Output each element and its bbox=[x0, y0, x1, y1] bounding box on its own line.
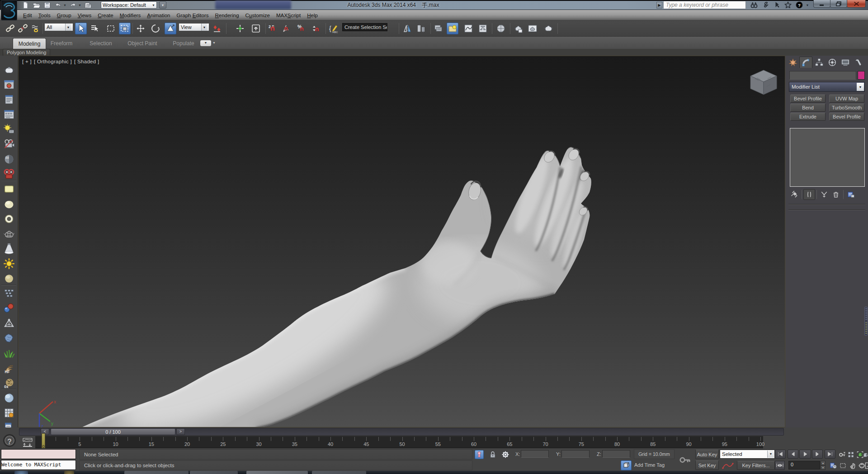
rendered-frame-icon[interactable] bbox=[527, 23, 538, 34]
go-end-icon[interactable] bbox=[826, 450, 834, 458]
select-object-icon[interactable] bbox=[75, 23, 87, 34]
taskbar-app[interactable] bbox=[124, 471, 189, 474]
selection-filter-dropdown[interactable]: All▼ bbox=[44, 23, 73, 31]
pan-hand-icon[interactable] bbox=[848, 461, 857, 470]
grid-settings-icon[interactable] bbox=[2, 406, 16, 420]
help-dropdown[interactable]: ▼ bbox=[805, 1, 810, 9]
prev-frame-icon[interactable] bbox=[789, 450, 797, 458]
select-manipulate-icon[interactable] bbox=[234, 23, 246, 34]
go-start-icon[interactable] bbox=[777, 450, 784, 458]
new-scene-icon[interactable] bbox=[20, 1, 31, 9]
command-tab-motion[interactable] bbox=[826, 57, 839, 68]
display-tab-icon[interactable] bbox=[841, 58, 850, 67]
select-scale-icon[interactable] bbox=[165, 23, 176, 34]
menu-create[interactable]: Create bbox=[94, 10, 117, 21]
layer-manager-icon[interactable] bbox=[433, 23, 444, 34]
current-frame-field[interactable]: 0 bbox=[788, 461, 820, 469]
modifier-button-bend[interactable]: Bend bbox=[790, 104, 826, 112]
select-rotate-icon[interactable] bbox=[150, 23, 161, 34]
menu-maxscript[interactable]: MAXScript bbox=[273, 10, 304, 21]
x-coordinate-field[interactable] bbox=[521, 450, 549, 458]
menu-edit[interactable]: Edit bbox=[20, 10, 35, 21]
time-slider-grip[interactable]: 0 / 100 bbox=[51, 428, 175, 435]
key-mode-icon[interactable] bbox=[837, 450, 846, 459]
curve-editor-icon[interactable] bbox=[462, 23, 474, 34]
hierarchy-tab-icon[interactable] bbox=[815, 58, 824, 67]
menu-group[interactable]: Group bbox=[54, 10, 75, 21]
menu-animation[interactable]: Animation bbox=[144, 10, 173, 21]
binoculars-icon[interactable] bbox=[748, 1, 760, 9]
ribbon-tab-selection[interactable]: Selection bbox=[86, 38, 116, 49]
schematic-view-icon[interactable] bbox=[477, 23, 489, 34]
angle-snap-icon[interactable] bbox=[280, 23, 292, 34]
help-icon[interactable]: ? bbox=[3, 434, 16, 447]
noise-rock-icon[interactable] bbox=[2, 332, 16, 345]
viewport[interactable]: [ + ][ Orthographic ][ Shaded ] bbox=[18, 56, 785, 427]
play-button[interactable] bbox=[799, 450, 811, 459]
multi-cube-icon[interactable] bbox=[862, 450, 868, 459]
keyboard-override-icon[interactable] bbox=[250, 23, 262, 34]
select-and-link-icon[interactable] bbox=[5, 23, 16, 34]
select-move-icon[interactable] bbox=[135, 23, 146, 34]
default-in-out-tangent-icon[interactable] bbox=[722, 461, 734, 470]
key-step-toggle[interactable] bbox=[775, 461, 785, 470]
start-orb-sliver[interactable] bbox=[14, 471, 28, 474]
environment-icon[interactable]: 88 bbox=[2, 152, 16, 166]
percent-snap-icon[interactable]: % bbox=[296, 23, 308, 34]
go-start-button[interactable] bbox=[775, 450, 786, 459]
connect-spheres-icon[interactable] bbox=[2, 302, 16, 315]
maxscript-mini-listener-input[interactable] bbox=[1, 449, 76, 459]
workspace-dropdown[interactable]: Workspace: Default▼ bbox=[101, 1, 157, 9]
ribbon-dropdown-icon[interactable]: ▼ bbox=[200, 40, 211, 46]
sphere-soft-icon[interactable] bbox=[2, 197, 16, 211]
modifier-list-dropdown[interactable]: Modifier List▼ bbox=[789, 82, 865, 92]
bind-spacewarp-icon[interactable] bbox=[30, 23, 42, 34]
reference-coordinate-dropdown[interactable]: View▼ bbox=[179, 23, 209, 31]
key-filters-button[interactable]: Key Filters... bbox=[737, 461, 775, 470]
configure-sets-icon[interactable] bbox=[845, 189, 857, 200]
show-end-result-icon[interactable] bbox=[803, 189, 815, 200]
camera-pyramid-icon[interactable] bbox=[2, 317, 16, 330]
object-color-swatch[interactable] bbox=[858, 71, 865, 80]
time-config-icon[interactable] bbox=[828, 461, 837, 470]
snap-frames-icon[interactable] bbox=[846, 450, 855, 459]
frame-spinner[interactable]: ▲▼ bbox=[821, 461, 826, 469]
modify-tab-icon[interactable] bbox=[802, 58, 811, 67]
add-time-tag[interactable]: Add Time Tag bbox=[634, 460, 674, 470]
sun-icon[interactable] bbox=[2, 257, 16, 270]
command-tab-display[interactable] bbox=[839, 57, 852, 68]
maxscript-mini-listener-output[interactable]: Welcome to MAXScript bbox=[1, 460, 76, 470]
next-frame-button[interactable]: > bbox=[176, 428, 185, 435]
taskbar-icon[interactable] bbox=[64, 471, 74, 474]
y-coordinate-field[interactable] bbox=[561, 450, 590, 458]
play-icon[interactable] bbox=[802, 450, 809, 458]
polygon-modeling-panel[interactable]: Polygon Modeling bbox=[3, 49, 50, 56]
taskbar-app-active[interactable] bbox=[246, 471, 308, 474]
taskbar-app[interactable] bbox=[312, 471, 366, 474]
rendered-frame-window-icon[interactable] bbox=[2, 78, 16, 91]
next-frame-button[interactable] bbox=[812, 450, 823, 459]
light-lister-icon[interactable] bbox=[2, 123, 16, 136]
help-icon[interactable]: ? bbox=[793, 1, 805, 9]
minimize-button[interactable] bbox=[813, 0, 830, 8]
view-cube[interactable] bbox=[749, 69, 778, 95]
time-tag-cube-icon[interactable] bbox=[621, 460, 632, 470]
command-tab-modify[interactable] bbox=[799, 57, 812, 68]
align-icon[interactable] bbox=[415, 23, 427, 34]
window-crossing-icon[interactable] bbox=[119, 23, 131, 34]
render-setup-icon[interactable] bbox=[512, 23, 524, 34]
go-end-button[interactable] bbox=[825, 450, 835, 459]
ribbon-tab-populate[interactable]: Populate bbox=[169, 38, 198, 49]
next-frame-icon[interactable] bbox=[814, 450, 821, 458]
unlink-selection-icon[interactable] bbox=[17, 23, 29, 34]
render-dialog-icon[interactable] bbox=[2, 93, 16, 106]
modifier-button-bevel-profile[interactable]: Bevel Profile bbox=[790, 95, 826, 103]
video-camera-icon[interactable] bbox=[2, 137, 16, 151]
command-tab-utilities[interactable] bbox=[852, 57, 865, 68]
modifier-button-uvw-map[interactable]: UVW Map bbox=[829, 95, 864, 103]
auto-key-button[interactable]: Auto Key bbox=[695, 450, 719, 459]
ribbon-tab-modeling[interactable]: Modeling bbox=[13, 38, 46, 49]
menu-graph-editors[interactable]: Graph Editors bbox=[174, 10, 212, 21]
sphere-tan-icon[interactable] bbox=[2, 272, 16, 285]
absolute-mode-icon[interactable] bbox=[501, 450, 510, 459]
